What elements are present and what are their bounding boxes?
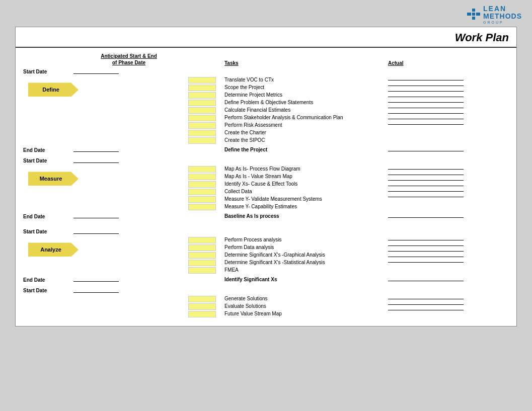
analyze-bar-5 <box>188 267 216 274</box>
define-arrow: Define <box>28 83 79 97</box>
improve-tasks-col: Generate Solutions Evaluate Solutions Fu… <box>219 295 381 317</box>
bar-5 <box>188 107 216 114</box>
improve-bars-col <box>184 295 219 318</box>
define-task-6: Perform Stakeholder Analysis & Communica… <box>224 114 381 121</box>
define-task-8: Create the Charter <box>224 129 381 136</box>
improve-main-row: Generate Solutions Evaluate Solutions Fu… <box>23 295 509 318</box>
measure-task-4: Collect Data <box>224 188 381 195</box>
analyze-start-label: Start Date <box>23 229 47 234</box>
define-actual-line-7 <box>388 113 464 114</box>
analyze-end-label: End Date <box>23 277 45 283</box>
define-task-9: Create the SIPOC <box>224 136 381 144</box>
measure-bar-6 <box>188 204 216 210</box>
define-task-2: Scope the Project <box>224 84 381 91</box>
tasks-label: Tasks <box>224 60 239 66</box>
define-bars-col <box>184 76 219 145</box>
improve-phase: Start Date Generate Solut <box>23 287 509 318</box>
improve-bar-2 <box>188 303 216 310</box>
logo-area: LEAN METHODS GROUP <box>0 0 532 27</box>
define-actual-line-2 <box>388 86 464 86</box>
define-actual-line-4 <box>388 97 464 97</box>
main-container: Work Plan Anticipated Start & End of Pha… <box>15 27 517 326</box>
define-start-row: Start Date <box>23 68 509 74</box>
analyze-bar-4 <box>188 260 216 266</box>
improve-task-3: Future Value Stream Map <box>224 310 381 317</box>
analyze-label: Analyze <box>40 246 66 253</box>
define-actual-col <box>381 76 471 126</box>
improve-actual-col <box>381 295 471 311</box>
define-end-label: End Date <box>23 147 45 153</box>
svg-rect-4 <box>476 13 480 16</box>
improve-bar-3 <box>188 311 216 317</box>
col-dates-header: Anticipated Start & End of Phase Date <box>73 53 184 66</box>
logo-container: LEAN METHODS GROUP <box>466 5 522 24</box>
measure-bar-1 <box>188 166 216 173</box>
analyze-task-4: Determine Significant X's -Statistical A… <box>224 259 381 266</box>
define-start-center <box>73 69 184 74</box>
bar-1 <box>188 77 216 84</box>
analyze-task-1: Perform Process analysis <box>224 236 381 243</box>
content-area: Anticipated Start & End of Phase Date Ta… <box>16 48 516 326</box>
bar-6 <box>188 115 216 121</box>
define-task-7: Perform Risk Assessment <box>224 121 381 129</box>
col-tasks-header: Tasks <box>219 60 381 66</box>
define-phase: Start Date Define <box>23 68 509 153</box>
logo-icon <box>466 8 480 22</box>
measure-actual-col <box>381 165 471 198</box>
analyze-task-3: Determine Significant X's -Graphical Ana… <box>224 251 381 259</box>
anticipated-label: Anticipated Start & End of Phase Date <box>73 53 184 66</box>
title-bar: Work Plan <box>16 27 516 48</box>
improve-task-1: Generate Solutions <box>224 295 381 302</box>
define-tasks-col: Translate VOC to CTx Scope the Project D… <box>219 76 381 144</box>
analyze-arrow: Analyze <box>28 242 79 257</box>
analyze-bars-col <box>184 236 219 275</box>
measure-task-3: Identify Xs- Cause & Effect Tools <box>224 180 381 188</box>
bar-3 <box>188 92 216 99</box>
define-start-label: Start Date <box>23 69 47 74</box>
measure-tasks-col: Map As Is- Process Flow Diagram Map As I… <box>219 165 381 210</box>
define-actual-line-6 <box>388 108 464 108</box>
define-label: Define <box>42 87 64 93</box>
header-row: Anticipated Start & End of Phase Date Ta… <box>23 53 509 66</box>
define-summary: Define the Project <box>224 147 267 152</box>
bar-9 <box>188 137 216 144</box>
define-task-3: Determine Project Metrics <box>224 91 381 99</box>
measure-bar-3 <box>188 181 216 188</box>
define-actual-line-5 <box>388 102 464 103</box>
measure-bar-2 <box>188 174 216 180</box>
measure-start-label: Start Date <box>23 158 47 163</box>
improve-bar-1 <box>188 296 216 302</box>
measure-end-row: End Date Baseline As Is process <box>23 212 509 220</box>
define-task-1: Translate VOC to CTx <box>224 76 381 84</box>
page-title: Work Plan <box>455 31 509 44</box>
measure-end-label: End Date <box>23 214 45 219</box>
define-task-5: Calculate Financial Estimates <box>224 106 381 114</box>
analyze-bar-2 <box>188 244 216 251</box>
bar-4 <box>188 100 216 106</box>
define-actual-line-3 <box>388 91 464 92</box>
define-end-row: End Date Define the Project <box>23 146 509 153</box>
measure-label: Measure <box>40 176 67 182</box>
svg-rect-2 <box>472 17 475 20</box>
logo-methods: METHODS <box>483 13 522 20</box>
measure-start-row: Start Date <box>23 157 509 163</box>
analyze-bar-3 <box>188 252 216 259</box>
measure-summary: Baseline As Is process <box>224 213 279 219</box>
analyze-summary: Identify Significant Xs <box>224 277 277 282</box>
measure-task-6: Measure Y- Capability Estimates <box>224 203 381 210</box>
analyze-phase: Start Date Analyze <box>23 228 509 283</box>
svg-rect-1 <box>472 13 475 16</box>
col-actual-header: Actual <box>381 60 471 66</box>
logo-lean: LEAN <box>483 5 522 13</box>
analyze-tasks-col: Perform Process analysis Perform Data an… <box>219 236 381 274</box>
define-start-left: Start Date <box>23 68 73 74</box>
analyze-task-2: Perform Data analysis <box>224 243 381 251</box>
measure-task-1: Map As Is- Process Flow Diagram <box>224 165 381 173</box>
measure-task-5: Measure Y- Validate Measurement Systems <box>224 195 381 203</box>
measure-arrow: Measure <box>28 172 79 186</box>
improve-start-row: Start Date <box>23 287 509 293</box>
improve-start-label: Start Date <box>23 288 47 293</box>
logo-group: GROUP <box>483 21 522 25</box>
analyze-actual-col <box>381 236 471 264</box>
logo-text: LEAN METHODS GROUP <box>483 5 522 24</box>
